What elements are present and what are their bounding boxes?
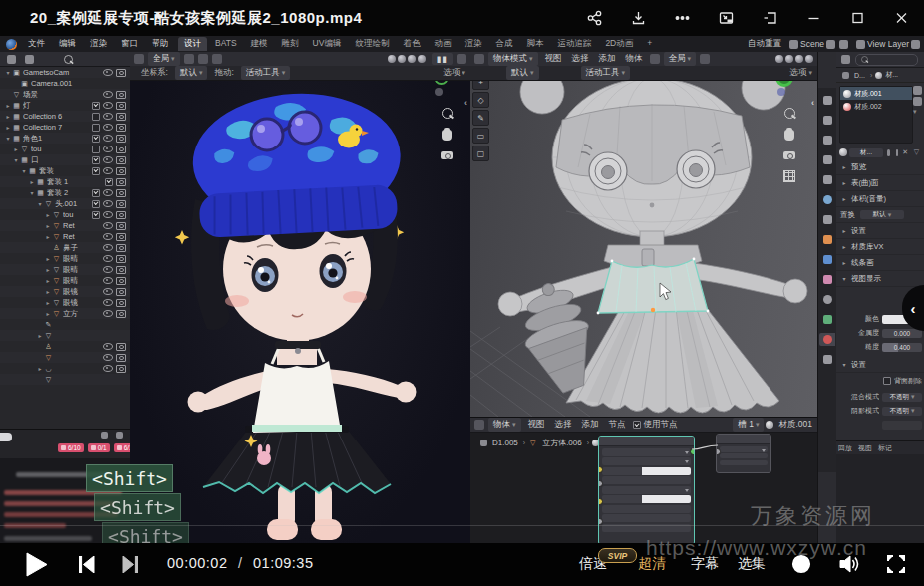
- shader-material-name[interactable]: 材质.001: [773, 419, 817, 431]
- pan-icon[interactable]: [784, 130, 794, 141]
- properties-filter-icon[interactable]: [841, 55, 850, 64]
- tool-transform[interactable]: ◇: [472, 92, 489, 108]
- camera-visibility-icon[interactable]: [116, 255, 126, 263]
- blender-logo-icon[interactable]: [6, 39, 17, 50]
- workspace-tab[interactable]: 脚本: [520, 37, 549, 51]
- eye-icon[interactable]: [103, 146, 113, 152]
- share-icon[interactable]: [579, 5, 609, 31]
- outliner-row[interactable]: ✎: [0, 319, 130, 330]
- eye-icon[interactable]: [103, 156, 113, 163]
- shader-node-output[interactable]: [716, 434, 771, 473]
- camera-visibility-icon[interactable]: [116, 135, 126, 143]
- eye-icon[interactable]: [103, 102, 113, 109]
- workspace-tab[interactable]: 纹理绘制: [349, 37, 395, 51]
- camera-visibility-icon[interactable]: [116, 211, 126, 219]
- eye-icon[interactable]: [103, 189, 113, 196]
- camera-visibility-icon[interactable]: [116, 189, 126, 197]
- sidebar-toggle-icon[interactable]: ‹: [464, 98, 467, 108]
- exclude-checkbox[interactable]: [92, 200, 100, 208]
- outliner-row[interactable]: ▸▽眼镜: [0, 297, 130, 308]
- menu-select[interactable]: 选择: [567, 53, 594, 65]
- outliner-row[interactable]: ▸▽: [0, 330, 130, 341]
- timeline-body[interactable]: [836, 454, 924, 543]
- menu-add[interactable]: 添加: [577, 419, 604, 431]
- next-button[interactable]: [122, 556, 138, 577]
- magnet-icon[interactable]: [198, 54, 208, 64]
- active-tool-dropdown[interactable]: 活动工具▾: [241, 66, 291, 80]
- pin-icon[interactable]: [826, 40, 835, 49]
- eye-icon[interactable]: [103, 69, 113, 76]
- workspace-tab[interactable]: 动画: [428, 37, 457, 51]
- section-体积(音量)[interactable]: ▸体积(音量): [836, 191, 924, 207]
- shader-node-principled[interactable]: [598, 436, 695, 544]
- shading-modes[interactable]: [775, 55, 813, 63]
- popup-window-icon[interactable]: [116, 432, 123, 439]
- eye-icon[interactable]: [103, 91, 113, 98]
- outliner-row[interactable]: ▸◡: [0, 363, 130, 374]
- camera-visibility-icon[interactable]: [116, 277, 126, 285]
- camera-view-icon[interactable]: [441, 151, 453, 159]
- exclude-checkbox[interactable]: [92, 113, 100, 121]
- section-表(曲)面[interactable]: ▸表(曲)面: [836, 175, 924, 191]
- eye-icon[interactable]: [103, 222, 113, 229]
- outliner-row[interactable]: ▸▽Ret: [0, 231, 130, 242]
- eye-icon[interactable]: [103, 135, 113, 142]
- grid-toggle-icon[interactable]: [783, 170, 795, 182]
- properties-tab-modifiers[interactable]: [819, 253, 835, 266]
- properties-tab-scene[interactable]: [819, 173, 835, 186]
- mode-dropdown[interactable]: 物体模式▾: [488, 52, 538, 66]
- properties-tab-world[interactable]: [819, 193, 835, 206]
- exclude-checkbox[interactable]: [92, 146, 100, 153]
- scene-selector[interactable]: Scene: [800, 39, 824, 49]
- coord-dropdown[interactable]: 默认▾: [175, 66, 208, 80]
- fake-user-icon[interactable]: [887, 149, 890, 156]
- camera-visibility-icon[interactable]: [116, 266, 126, 274]
- menu-add[interactable]: 添加: [594, 53, 621, 65]
- outliner-row[interactable]: ▸▦Collection 6: [0, 111, 130, 122]
- exclude-checkbox[interactable]: [105, 178, 113, 186]
- workspace-tab[interactable]: 雕刻: [276, 37, 305, 51]
- outliner-row[interactable]: ▸▽眼睛: [0, 253, 130, 264]
- pip-icon[interactable]: [711, 5, 741, 31]
- zoom-icon[interactable]: [442, 108, 453, 119]
- play-button[interactable]: [26, 552, 48, 581]
- view-layer-selector[interactable]: View Layer: [867, 39, 909, 49]
- workspace-tab[interactable]: BATS: [209, 37, 243, 51]
- workspace-tab[interactable]: 建模: [245, 37, 274, 51]
- properties-tab-tool[interactable]: [819, 94, 835, 107]
- fullscreen-icon[interactable]: [886, 554, 906, 578]
- section-settings[interactable]: ▾设置: [836, 357, 924, 373]
- proportional-icon[interactable]: [212, 54, 222, 64]
- orientation-dropdown[interactable]: 全局▾: [148, 52, 180, 66]
- camera-visibility-icon[interactable]: [116, 146, 126, 153]
- outliner-row[interactable]: ♙: [0, 341, 130, 352]
- options-dropdown[interactable]: 选项▾: [438, 67, 470, 79]
- camera-visibility-icon[interactable]: [116, 69, 126, 77]
- tool-add-cube[interactable]: ▢: [472, 146, 489, 161]
- select-circle-icon[interactable]: [650, 54, 660, 64]
- menu-渲染[interactable]: 渲染: [83, 38, 114, 50]
- filter-funnel-icon[interactable]: ▽: [912, 148, 921, 156]
- exclude-checkbox[interactable]: [92, 156, 100, 164]
- camera-visibility-icon[interactable]: [116, 156, 126, 164]
- properties-tab-object-data[interactable]: [819, 313, 835, 326]
- outliner-row[interactable]: ▸▽tou: [0, 144, 130, 154]
- new-layer-icon[interactable]: [911, 40, 920, 49]
- backface-checkbox[interactable]: [883, 377, 891, 385]
- menu-playlist[interactable]: 选集: [738, 555, 766, 573]
- eye-icon[interactable]: [103, 277, 113, 284]
- properties-tab-object[interactable]: [819, 233, 835, 246]
- outliner-row[interactable]: ▾▦套装: [0, 165, 130, 176]
- close-icon[interactable]: [886, 5, 916, 31]
- camera-visibility-icon[interactable]: [116, 354, 126, 362]
- camera-visibility-icon[interactable]: [116, 310, 126, 318]
- outliner-row[interactable]: ▸▦Collection 7: [0, 122, 130, 133]
- outliner-row[interactable]: ▣Camera.001: [0, 78, 130, 89]
- outliner-row[interactable]: ▸▽眼睛: [0, 275, 130, 286]
- snap-icon[interactable]: [184, 54, 194, 64]
- tool-measure[interactable]: ▭: [472, 128, 489, 144]
- exclude-checkbox[interactable]: [92, 102, 100, 110]
- properties-search-input[interactable]: [855, 54, 918, 66]
- menu-帮助[interactable]: 帮助: [145, 38, 175, 50]
- slot-remove-button[interactable]: [913, 97, 922, 106]
